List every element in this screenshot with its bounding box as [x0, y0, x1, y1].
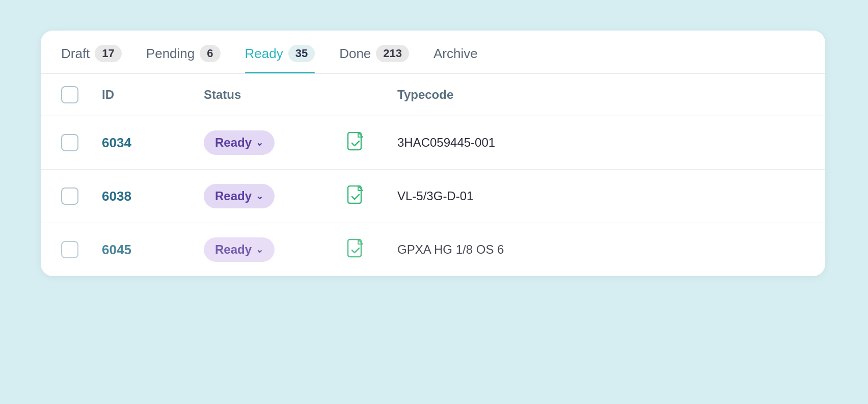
tab-done-badge: 213	[376, 45, 409, 62]
tab-pending[interactable]: Pending 6	[146, 31, 221, 73]
col-header-status: Status	[204, 88, 346, 102]
row-1-status-label: Ready	[215, 136, 252, 150]
row-2-typecode: VL-5/3G-D-01	[397, 189, 805, 203]
row-1-status-badge[interactable]: Ready ⌄	[204, 130, 275, 155]
data-table: ID Status Typecode 6034 Ready ⌄	[41, 74, 825, 276]
tab-draft[interactable]: Draft 17	[61, 31, 122, 73]
row-checkbox-col	[61, 134, 102, 151]
row-checkbox-col	[61, 187, 102, 205]
tab-draft-label: Draft	[61, 46, 90, 62]
tab-done[interactable]: Done 213	[339, 31, 409, 73]
tab-ready-label: Ready	[245, 46, 283, 62]
row-1-typecode: 3HAC059445-001	[397, 136, 805, 150]
tab-pending-label: Pending	[146, 46, 195, 62]
row-2-doc-icon[interactable]	[346, 185, 366, 207]
row-2-status-label: Ready	[215, 189, 252, 203]
row-3-id[interactable]: 6045	[102, 242, 204, 258]
row-2-checkbox[interactable]	[61, 187, 78, 205]
row-1-doc-icon[interactable]	[346, 131, 366, 154]
table-row: 6034 Ready ⌄ 3HAC059445-001	[41, 116, 825, 170]
chevron-down-icon: ⌄	[256, 137, 263, 148]
row-1-checkbox[interactable]	[61, 134, 78, 151]
table-header: ID Status Typecode	[41, 74, 825, 116]
tab-archive[interactable]: Archive	[433, 32, 478, 73]
tab-archive-label: Archive	[433, 46, 478, 62]
row-3-doc-icon[interactable]	[346, 238, 366, 261]
tab-pending-badge: 6	[200, 45, 220, 62]
row-3-status-label: Ready	[215, 243, 252, 257]
tab-ready[interactable]: Ready 35	[245, 31, 315, 73]
select-all-checkbox[interactable]	[61, 86, 78, 103]
row-1-id[interactable]: 6034	[102, 135, 204, 151]
col-header-id: ID	[102, 88, 204, 102]
tab-done-label: Done	[339, 46, 371, 62]
tabs-bar: Draft 17 Pending 6 Ready 35 Done 213 Arc…	[41, 31, 825, 74]
chevron-down-icon: ⌄	[256, 191, 263, 202]
header-checkbox-col	[61, 86, 102, 103]
chevron-down-icon: ⌄	[256, 244, 263, 255]
row-3-status-badge[interactable]: Ready ⌄	[204, 237, 275, 262]
row-2-status-badge[interactable]: Ready ⌄	[204, 184, 275, 208]
tab-ready-badge: 35	[288, 45, 315, 62]
row-3-checkbox[interactable]	[61, 241, 78, 258]
col-header-typecode: Typecode	[397, 88, 805, 102]
row-3-typecode: GPXA HG 1/8 OS 6	[397, 243, 805, 257]
row-checkbox-col	[61, 241, 102, 258]
row-2-id[interactable]: 6038	[102, 188, 204, 204]
table-row: 6038 Ready ⌄ VL-5/3G-D-01	[41, 170, 825, 223]
table-row: 6045 Ready ⌄ GPXA HG 1/8 OS 6	[41, 223, 825, 276]
main-card: Draft 17 Pending 6 Ready 35 Done 213 Arc…	[41, 31, 825, 276]
tab-draft-badge: 17	[95, 45, 121, 62]
